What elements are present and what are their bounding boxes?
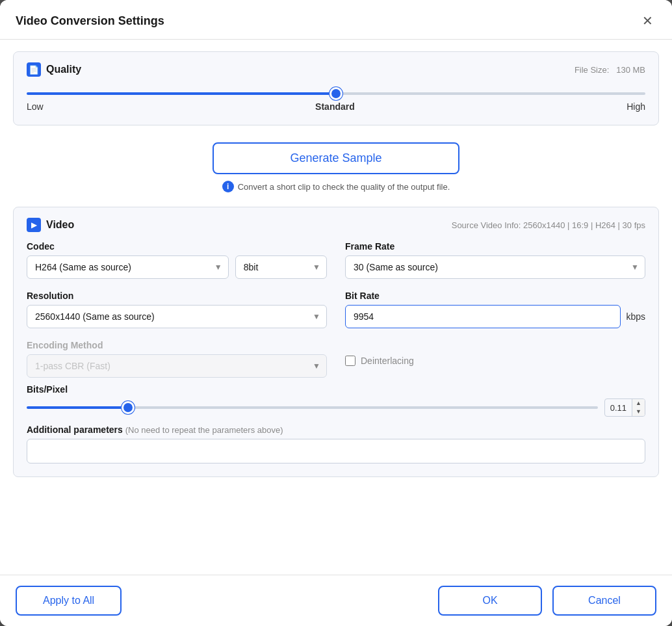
resolution-select[interactable]: 2560x1440 (Same as source) <box>27 305 327 328</box>
video-header: ▶ Video Source Video Info: 2560x1440 | 1… <box>27 218 645 232</box>
framerate-field-group: Frame Rate 30 (Same as source) ▼ <box>345 241 645 279</box>
title-bar: Video Conversion Settings ✕ <box>0 0 672 40</box>
file-size-value: 130 MB <box>616 65 645 75</box>
additional-parameters-input[interactable] <box>27 439 645 463</box>
video-icon: ▶ <box>27 218 41 232</box>
file-size-label: File Size: <box>575 65 609 75</box>
info-icon: i <box>222 181 234 192</box>
quality-label-standard: Standard <box>315 101 355 112</box>
dialog-title: Video Conversion Settings <box>16 14 164 28</box>
footer: Apply to All OK Cancel <box>0 575 672 626</box>
encoding-field-group: Encoding Method 1-pass CBR (Fast) ▼ <box>27 340 327 378</box>
apply-to-all-button[interactable]: Apply to All <box>16 586 122 616</box>
bitrate-unit: kbps <box>626 311 645 322</box>
quality-labels: Low Standard High <box>27 101 645 112</box>
video-section: ▶ Video Source Video Info: 2560x1440 | 1… <box>13 207 659 477</box>
footer-right-buttons: OK Cancel <box>438 586 656 616</box>
video-title-text: Video <box>46 219 74 231</box>
quality-slider[interactable] <box>27 92 645 95</box>
file-size-info: File Size: 130 MB <box>575 65 645 75</box>
encoding-label: Encoding Method <box>27 340 327 350</box>
framerate-select[interactable]: 30 (Same as source) <box>345 255 645 279</box>
deinterlacing-label: Deinterlacing <box>361 356 414 366</box>
codec-select[interactable]: H264 (Same as source) <box>27 255 229 279</box>
video-fields-grid: Codec H264 (Same as source) ▼ 8bit <box>27 241 645 378</box>
bits-pixel-section: Bits/Pixel 0.11 ▲ ▼ <box>27 384 645 417</box>
deinterlacing-row: Deinterlacing <box>345 340 645 366</box>
quality-label-high: High <box>627 101 645 112</box>
framerate-select-wrap: 30 (Same as source) ▼ <box>345 255 645 279</box>
quality-header: 📄 Quality File Size: 130 MB <box>27 62 645 77</box>
bits-pixel-increment-button[interactable]: ▲ <box>632 399 645 408</box>
quality-title-text: Quality <box>46 64 81 75</box>
cancel-button[interactable]: Cancel <box>552 586 656 616</box>
bitrate-label: Bit Rate <box>345 291 645 301</box>
video-conversion-dialog: Video Conversion Settings ✕ 📄 Quality Fi… <box>0 0 672 626</box>
codec-field-group: Codec H264 (Same as source) ▼ 8bit <box>27 241 327 279</box>
resolution-label: Resolution <box>27 291 327 301</box>
bits-pixel-spinners: ▲ ▼ <box>632 399 645 416</box>
bits-pixel-slider-wrap: 0.11 ▲ ▼ <box>27 398 645 417</box>
quality-slider-wrap <box>27 86 645 98</box>
quality-section: 📄 Quality File Size: 130 MB Low Standard… <box>13 51 659 125</box>
bits-pixel-label: Bits/Pixel <box>27 384 645 395</box>
encoding-select-wrap: 1-pass CBR (Fast) ▼ <box>27 354 327 378</box>
additional-label: Additional parameters (No need to repeat… <box>27 424 645 435</box>
ok-button[interactable]: OK <box>438 586 542 616</box>
bitrate-input[interactable] <box>345 305 621 328</box>
codec-row: H264 (Same as source) ▼ 8bit ▼ <box>27 255 327 279</box>
content-area: 📄 Quality File Size: 130 MB Low Standard… <box>0 40 672 575</box>
quality-title-group: 📄 Quality <box>27 62 81 77</box>
deinterlacing-field-group: Deinterlacing <box>345 340 645 378</box>
encoding-select[interactable]: 1-pass CBR (Fast) <box>27 354 327 378</box>
deinterlacing-checkbox[interactable] <box>345 356 355 366</box>
bits-pixel-value-wrap: 0.11 ▲ ▼ <box>604 398 645 417</box>
resolution-select-wrap: 2560x1440 (Same as source) ▼ <box>27 305 327 328</box>
quality-icon: 📄 <box>27 62 41 77</box>
generate-hint: i Convert a short clip to check the qual… <box>222 181 450 192</box>
bitrate-wrap: kbps <box>345 305 645 328</box>
bitrate-field-group: Bit Rate kbps <box>345 291 645 328</box>
bitdepth-select[interactable]: 8bit <box>235 255 327 279</box>
source-video-info: Source Video Info: 2560x1440 | 16:9 | H2… <box>452 220 645 230</box>
generate-sample-button[interactable]: Generate Sample <box>213 142 459 174</box>
bitdepth-select-wrap: 8bit ▼ <box>235 255 327 279</box>
quality-label-low: Low <box>27 101 44 112</box>
additional-sublabel: (No need to repeat the parameters above) <box>125 425 283 435</box>
codec-select-wrap: H264 (Same as source) ▼ <box>27 255 229 279</box>
close-button[interactable]: ✕ <box>638 12 656 30</box>
resolution-field-group: Resolution 2560x1440 (Same as source) ▼ <box>27 291 327 328</box>
generate-hint-text: Convert a short clip to check the qualit… <box>238 182 450 192</box>
video-title-group: ▶ Video <box>27 218 74 232</box>
bits-pixel-value: 0.11 <box>605 400 632 415</box>
codec-label: Codec <box>27 241 327 252</box>
generate-sample-area: Generate Sample i Convert a short clip t… <box>13 136 659 196</box>
bits-pixel-decrement-button[interactable]: ▼ <box>632 408 645 416</box>
framerate-label: Frame Rate <box>345 241 645 252</box>
additional-parameters-section: Additional parameters (No need to repeat… <box>27 424 645 463</box>
bits-pixel-slider[interactable] <box>27 406 598 409</box>
